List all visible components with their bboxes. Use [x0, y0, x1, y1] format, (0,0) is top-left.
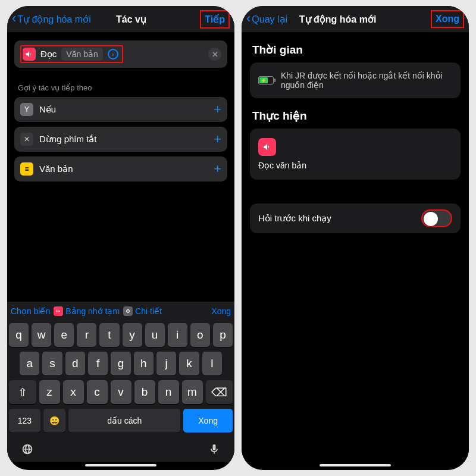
- key-f[interactable]: f: [88, 352, 108, 375]
- key-o[interactable]: o: [190, 323, 210, 347]
- close-icon: ✕: [20, 133, 33, 146]
- key-123[interactable]: 123: [9, 409, 40, 433]
- key-d[interactable]: d: [65, 352, 85, 375]
- key-w[interactable]: w: [32, 323, 51, 347]
- key-b[interactable]: b: [134, 380, 155, 404]
- speak-icon: [23, 48, 36, 61]
- done-button[interactable]: Xong: [431, 10, 464, 28]
- text-token-chip[interactable]: Văn bản: [61, 48, 102, 61]
- keyboard-row-4: 123 😀 dấu cách Xong: [9, 409, 233, 433]
- mic-icon[interactable]: [208, 443, 220, 458]
- text-icon: ≡: [20, 162, 33, 176]
- key-y[interactable]: y: [123, 323, 142, 347]
- key-backspace[interactable]: ⌫: [206, 380, 233, 404]
- keyboard-toolbar: Chọn biến ✂ Bảng nhớ tạm ⚙ Chi tiết Xong: [7, 302, 234, 321]
- clipboard-label: Bảng nhớ tạm: [65, 306, 120, 316]
- toggle-knob: [424, 212, 438, 226]
- nav-bar: ‹ Quay lại Tự động hóa mới Xong: [242, 6, 469, 32]
- key-i[interactable]: i: [168, 323, 187, 347]
- phone-left: ‹ Tự động hóa mới Tác vụ Tiếp Đọc Văn bả…: [7, 6, 234, 470]
- suggestion-label: Nếu: [39, 104, 56, 115]
- chevron-circle-icon[interactable]: ›: [108, 49, 118, 60]
- trigger-card[interactable]: ⚡ Khi JR được kết nối hoặc ngắt kết nối …: [250, 62, 461, 98]
- key-l[interactable]: l: [202, 352, 222, 375]
- key-return[interactable]: Xong: [183, 409, 233, 433]
- phone-right: ‹ Quay lại Tự động hóa mới Xong Thời gia…: [242, 6, 469, 470]
- choose-variable-button[interactable]: Chọn biến: [11, 306, 50, 316]
- key-space[interactable]: dấu cách: [68, 409, 180, 433]
- key-g[interactable]: g: [111, 352, 130, 375]
- speak-action-group: Đọc Văn bản ›: [20, 45, 123, 63]
- key-c[interactable]: c: [87, 380, 108, 404]
- key-x[interactable]: x: [63, 380, 84, 404]
- suggestion-row-stop[interactable]: ✕ Dừng phím tắt +: [14, 127, 227, 152]
- suggestion-label: Dừng phím tắt: [39, 134, 97, 145]
- key-z[interactable]: z: [39, 380, 60, 404]
- key-v[interactable]: v: [111, 380, 131, 404]
- suggestion-row-if[interactable]: Y Nếu +: [14, 97, 227, 122]
- execute-label: Đọc văn bản: [258, 161, 452, 170]
- details-label: Chi tiết: [135, 306, 162, 316]
- speak-action-row[interactable]: Đọc Văn bản › ✕: [14, 40, 227, 68]
- key-s[interactable]: s: [42, 352, 62, 375]
- clipboard-chip[interactable]: ✂ Bảng nhớ tạm: [54, 306, 120, 316]
- key-e[interactable]: e: [54, 323, 74, 347]
- exec-section-title: Thực hiện: [252, 109, 458, 123]
- suggestions-header: Gợi ý tác vụ tiếp theo: [18, 83, 224, 92]
- key-q[interactable]: q: [9, 323, 29, 347]
- plus-icon[interactable]: +: [214, 102, 221, 117]
- nav-title: Tự động hóa mới: [245, 14, 431, 25]
- key-m[interactable]: m: [182, 380, 203, 404]
- clear-action-button[interactable]: ✕: [208, 48, 221, 61]
- keyboard-row-3: ⇧ z x c v b n m ⌫: [9, 380, 233, 404]
- key-a[interactable]: a: [20, 352, 39, 375]
- globe-icon[interactable]: [21, 443, 33, 458]
- key-j[interactable]: j: [156, 352, 176, 375]
- speak-label: Đọc: [40, 49, 57, 60]
- keyboard-done-button[interactable]: Xong: [211, 306, 231, 316]
- key-p[interactable]: p: [213, 323, 233, 347]
- plus-icon[interactable]: +: [214, 131, 221, 147]
- content-right: Thời gian ⚡ Khi JR được kết nối hoặc ngắ…: [242, 32, 469, 462]
- keyboard-bottom-bar: [7, 441, 234, 462]
- branch-icon: Y: [20, 103, 33, 116]
- key-emoji[interactable]: 😀: [43, 409, 66, 433]
- key-n[interactable]: n: [158, 380, 179, 404]
- key-h[interactable]: h: [134, 352, 154, 375]
- chevron-left-icon: ‹: [12, 12, 16, 25]
- home-indicator[interactable]: [320, 464, 391, 466]
- details-chip[interactable]: ⚙ Chi tiết: [123, 306, 162, 316]
- suggestion-list: Y Nếu + ✕ Dừng phím tắt + ≡ Văn bản +: [14, 97, 227, 186]
- ask-before-run-row: Hỏi trước khi chạy: [250, 203, 461, 233]
- battery-icon: ⚡: [258, 76, 274, 84]
- nav-title: Tác vụ: [62, 14, 201, 25]
- ask-before-run-label: Hỏi trước khi chạy: [258, 213, 331, 224]
- plus-icon[interactable]: +: [214, 161, 221, 177]
- key-shift[interactable]: ⇧: [9, 380, 36, 404]
- keyboard: q w e r t y u i o p a s d f g h j k l ⇧ …: [7, 321, 234, 441]
- content-left: Đọc Văn bản › ✕ Gợi ý tác vụ tiếp theo Y…: [7, 32, 234, 302]
- keyboard-row-1: q w e r t y u i o p: [9, 323, 233, 347]
- suggestion-row-text[interactable]: ≡ Văn bản +: [14, 156, 227, 181]
- execute-card[interactable]: Đọc văn bản: [250, 129, 461, 180]
- keyboard-row-2: a s d f g h j k l: [9, 352, 233, 375]
- key-t[interactable]: t: [99, 323, 119, 347]
- key-r[interactable]: r: [77, 323, 96, 347]
- gear-icon: ⚙: [123, 306, 133, 316]
- scissors-icon: ✂: [54, 306, 63, 316]
- nav-bar: ‹ Tự động hóa mới Tác vụ Tiếp: [7, 6, 234, 32]
- home-indicator[interactable]: [85, 464, 156, 466]
- next-button[interactable]: Tiếp: [200, 10, 230, 29]
- ask-before-run-toggle[interactable]: [421, 209, 452, 227]
- key-u[interactable]: u: [145, 323, 165, 347]
- suggestion-label: Văn bản: [39, 164, 73, 174]
- key-k[interactable]: k: [179, 352, 199, 375]
- speak-icon: [258, 138, 276, 156]
- time-section-title: Thời gian: [252, 43, 458, 57]
- trigger-text: Khi JR được kết nối hoặc ngắt kết nối kh…: [281, 71, 452, 90]
